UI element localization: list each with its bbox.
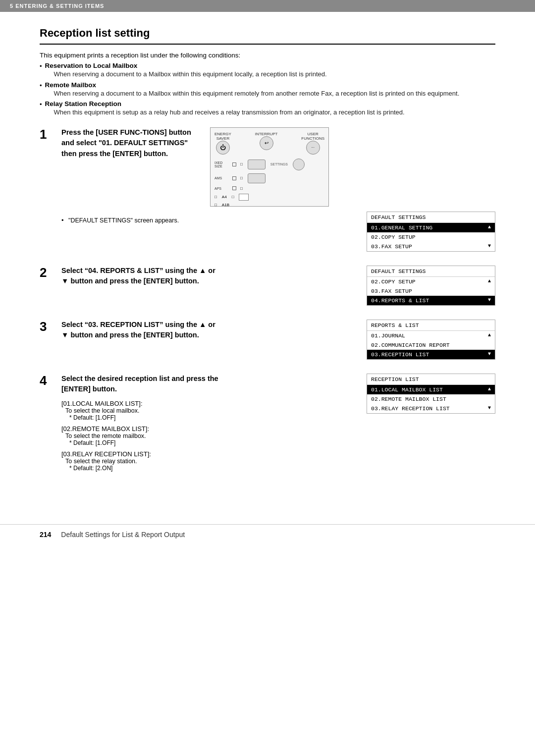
note-desc-2: To select the remote mailbox. xyxy=(65,432,367,439)
step3-lcd: REPORTS & LIST 01.JOURNAL ▲ 02.COMMUNICA… xyxy=(367,320,495,360)
step-instruction-2: Select “04. REPORTS & LIST” using the ▲ … xyxy=(61,266,220,287)
lcd-row-3-1: 02.COMMUNICATION REPORT xyxy=(367,340,495,350)
panel-aps-row: APS □ xyxy=(214,186,324,191)
lcd-panel-4: RECEPTION LIST 01.LOCAL MAILBOX LIST ▲ 0… xyxy=(367,374,495,414)
step-instruction-1: Press the [USER FUNC-TIONS] button and s… xyxy=(61,127,200,160)
lcd-arrow-up-4: ▲ xyxy=(488,387,491,392)
lcd-header-1: DEFAULT SETTINGS xyxy=(367,212,495,223)
lcd-row-4-2: 03.RELAY RECEPTION LIST ▼ xyxy=(367,404,495,413)
lcd-panel-3: REPORTS & LIST 01.JOURNAL ▲ 02.COMMUNICA… xyxy=(367,320,495,360)
bullet-title-1: Reservation to Local Mailbox xyxy=(45,62,327,69)
control-panel: ENERGYSAVER ⏻ INTERRUPT ↩ USERFUNCTIONS … xyxy=(210,127,329,207)
lcd-row-1-1: 02.COPY SETUP xyxy=(367,232,495,242)
step4-notes: [01.LOCAL MAILBOX LIST]: To select the l… xyxy=(61,400,367,472)
lcd-arrow-up-1: ▲ xyxy=(488,225,491,230)
a4-label: A4 xyxy=(222,195,227,199)
step1-caption: • "DEFAULT SETTINGS" screen appears. xyxy=(61,216,179,224)
step-4: 4 Select the desired reception list and … xyxy=(40,374,495,476)
step4-left: Select the desired reception list and pr… xyxy=(61,374,367,476)
lcd-arrow-down-4: ▼ xyxy=(488,406,491,411)
paper-icon xyxy=(239,194,249,201)
bullet-desc-2: When reserving a document to a Mailbox w… xyxy=(54,89,460,99)
aps-checkbox xyxy=(232,186,236,190)
ixed-button[interactable] xyxy=(248,160,266,169)
step-number-1: 1 xyxy=(40,127,54,142)
lcd-arrow-up-2: ▲ xyxy=(488,279,491,284)
lcd-row-3-0: 01.JOURNAL ▲ xyxy=(367,331,495,340)
step-1: 1 Press the [USER FUNC-TIONS] button and… xyxy=(40,127,495,252)
lcd-row-2-1: 03.FAX SETUP xyxy=(367,286,495,296)
note-item-1: [01.LOCAL MAILBOX LIST]: To select the l… xyxy=(61,400,367,421)
step4-lcd: RECEPTION LIST 01.LOCAL MAILBOX LIST ▲ 0… xyxy=(367,374,495,414)
step-number-3: 3 xyxy=(40,320,54,334)
footer-title: Default Settings for List & Report Outpu… xyxy=(61,531,185,539)
step-3: 3 Select “03. RECEPTION LIST” using the … xyxy=(40,320,495,360)
settings-label: SETTINGS xyxy=(270,162,288,166)
lcd-row-4-0: 01.LOCAL MAILBOX LIST ▲ xyxy=(367,385,495,394)
lcd-arrow-down-3: ▼ xyxy=(488,352,491,357)
note-desc-3: To select the relay station. xyxy=(65,458,367,465)
step-instruction-4: Select the desired reception list and pr… xyxy=(61,374,220,395)
ams-button[interactable] xyxy=(248,173,266,183)
bullet-desc-3: When this equipment is setup as a relay … xyxy=(54,108,405,117)
step-number-2: 2 xyxy=(40,266,54,280)
note-desc-1: To select the local mailbox. xyxy=(65,407,367,414)
lcd-panel-2: DEFAULT SETTINGS 02.COPY SETUP ▲ 03.FAX … xyxy=(367,266,495,306)
bullet-dot-2: • xyxy=(40,82,42,89)
lcd-arrow-down-1: ▼ xyxy=(488,244,491,249)
lcd-arrow-up-3: ▲ xyxy=(488,333,491,338)
ams-label: AMS xyxy=(214,176,229,180)
interrupt-button[interactable]: ↩ xyxy=(260,136,273,150)
lcd-header-3: REPORTS & LIST xyxy=(367,320,495,331)
step-number-4: 4 xyxy=(40,374,54,388)
note-title-3: [03.RELAY RECEPTION LIST]: xyxy=(61,450,367,458)
step2-lcd: DEFAULT SETTINGS 02.COPY SETUP ▲ 03.FAX … xyxy=(367,266,495,306)
panel-a4-row: □ A4 □ xyxy=(214,194,324,201)
lcd-row-4-1: 02.REMOTE MAILBOX LIST xyxy=(367,394,495,404)
bullet-dot-1: • xyxy=(40,62,42,70)
panel-a1b-row: □ A1B xyxy=(214,203,324,207)
lcd-row-3-2: 03.RECEPTION LIST ▼ xyxy=(367,350,495,359)
lcd-row-2-2: 04.REPORTS & LIST ▼ xyxy=(367,296,495,305)
ixed-checkbox xyxy=(232,162,236,166)
lcd-header-2: DEFAULT SETTINGS xyxy=(367,266,495,277)
bullet-title-2: Remote Mailbox xyxy=(45,81,460,89)
panel-top-row: ENERGYSAVER ⏻ INTERRUPT ↩ USERFUNCTIONS … xyxy=(214,132,324,155)
lcd-arrow-down-2: ▼ xyxy=(488,298,491,303)
energy-saver-button[interactable]: ⏻ xyxy=(216,141,230,155)
step1-bottom: • "DEFAULT SETTINGS" screen appears. DEF… xyxy=(61,212,495,252)
settings-button[interactable] xyxy=(293,159,305,170)
note-default-1: * Default: [1.OFF] xyxy=(69,414,367,421)
user-functions-button[interactable]: ··· xyxy=(306,141,320,155)
step-2: 2 Select “04. REPORTS & LIST” using the … xyxy=(40,266,495,306)
aps-label: APS xyxy=(214,187,229,190)
page-content: Reception list setting This equipment pr… xyxy=(0,12,535,519)
lcd-panel-1: DEFAULT SETTINGS 01.GENERAL SETTING ▲ 02… xyxy=(367,212,495,252)
step-instruction-3: Select “03. RECEPTION LIST” using the ▲ … xyxy=(61,320,220,341)
step1-lcd: DEFAULT SETTINGS 01.GENERAL SETTING ▲ 02… xyxy=(367,212,495,252)
step-right-1: ENERGYSAVER ⏻ INTERRUPT ↩ USERFUNCTIONS … xyxy=(210,127,329,207)
header-label: 5 ENTERING & SETTING ITEMS xyxy=(10,3,104,9)
lcd-row-1-2: 03.FAX SETUP ▼ xyxy=(367,242,495,251)
bullet-item-1: • Reservation to Local Mailbox When rese… xyxy=(40,62,495,79)
lcd-row-2-0: 02.COPY SETUP ▲ xyxy=(367,277,495,286)
footer-page-num: 214 xyxy=(40,531,51,539)
lcd-header-4: RECEPTION LIST xyxy=(367,374,495,385)
bullet-item-2: • Remote Mailbox When reserving a docume… xyxy=(40,81,495,99)
page-header: 5 ENTERING & SETTING ITEMS xyxy=(0,0,535,12)
lcd-row-1-0: 01.GENERAL SETTING ▲ xyxy=(367,223,495,232)
interrupt-label: INTERRUPT xyxy=(255,132,278,136)
panel-ams-row: AMS □ xyxy=(214,173,324,183)
note-default-3: * Default: [2.ON] xyxy=(69,465,367,472)
bullet-section: • Reservation to Local Mailbox When rese… xyxy=(40,62,495,117)
panel-ixed-row: IXEDSIZE □ SETTINGS xyxy=(214,159,324,170)
energy-saver-label: ENERGYSAVER xyxy=(214,132,231,141)
note-item-2: [02.REMOTE MAILBOX LIST]: To select the … xyxy=(61,425,367,446)
note-title-2: [02.REMOTE MAILBOX LIST]: xyxy=(61,425,367,432)
ixed-label: IXEDSIZE xyxy=(214,161,229,168)
bullet-desc-1: When reserving a document to a Mailbox w… xyxy=(54,69,327,79)
bullet-title-3: Relay Station Reception xyxy=(45,100,405,108)
steps-container: 1 Press the [USER FUNC-TIONS] button and… xyxy=(40,127,495,476)
intro-text: This equipment prints a reception list u… xyxy=(40,52,495,59)
note-default-2: * Default: [1.OFF] xyxy=(69,439,367,446)
